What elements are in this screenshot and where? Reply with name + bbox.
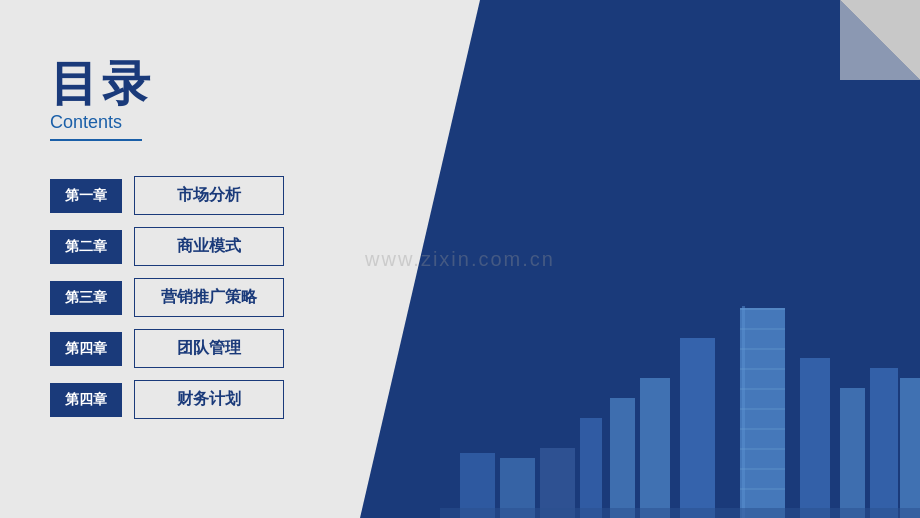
menu-title-label: 商业模式: [134, 227, 284, 266]
svg-rect-20: [610, 398, 635, 518]
menu-item[interactable]: 第二章商业模式: [50, 227, 380, 266]
menu-title-label: 团队管理: [134, 329, 284, 368]
menu-chapter-label: 第三章: [50, 281, 122, 315]
svg-rect-3: [740, 308, 785, 518]
svg-rect-4: [742, 306, 745, 518]
city-skyline-svg: [440, 288, 920, 518]
svg-rect-8: [740, 368, 785, 370]
svg-rect-22: [900, 378, 920, 518]
svg-rect-19: [870, 368, 898, 518]
menu-title-label: 财务计划: [134, 380, 284, 419]
svg-rect-7: [740, 348, 785, 350]
menu-title-label: 营销推广策略: [134, 278, 284, 317]
menu-chapter-label: 第二章: [50, 230, 122, 264]
menu-item[interactable]: 第四章财务计划: [50, 380, 380, 419]
left-panel: 目录 Contents 第一章市场分析第二章商业模式第三章营销推广策略第四章团队…: [0, 0, 420, 518]
svg-rect-10: [740, 408, 785, 410]
menu-chapter-label: 第四章: [50, 383, 122, 417]
title-english: Contents: [50, 112, 142, 141]
svg-rect-26: [440, 508, 920, 518]
right-panel: [360, 0, 920, 518]
svg-rect-15: [680, 338, 715, 518]
title-section: 目录 Contents: [50, 60, 380, 141]
svg-rect-6: [740, 328, 785, 330]
svg-rect-17: [800, 358, 830, 518]
svg-rect-21: [580, 418, 602, 518]
svg-rect-11: [740, 428, 785, 430]
menu-item[interactable]: 第三章营销推广策略: [50, 278, 380, 317]
svg-rect-5: [740, 308, 785, 310]
menu-list: 第一章市场分析第二章商业模式第三章营销推广策略第四章团队管理第四章财务计划: [50, 176, 380, 419]
menu-chapter-label: 第四章: [50, 332, 122, 366]
svg-rect-14: [740, 488, 785, 490]
menu-title-label: 市场分析: [134, 176, 284, 215]
svg-rect-16: [640, 378, 670, 518]
menu-chapter-label: 第一章: [50, 179, 122, 213]
svg-rect-18: [840, 388, 865, 518]
svg-rect-12: [740, 448, 785, 450]
title-chinese: 目录: [50, 60, 380, 108]
svg-rect-9: [740, 388, 785, 390]
svg-rect-13: [740, 468, 785, 470]
menu-item[interactable]: 第一章市场分析: [50, 176, 380, 215]
svg-rect-23: [540, 448, 575, 518]
menu-item[interactable]: 第四章团队管理: [50, 329, 380, 368]
